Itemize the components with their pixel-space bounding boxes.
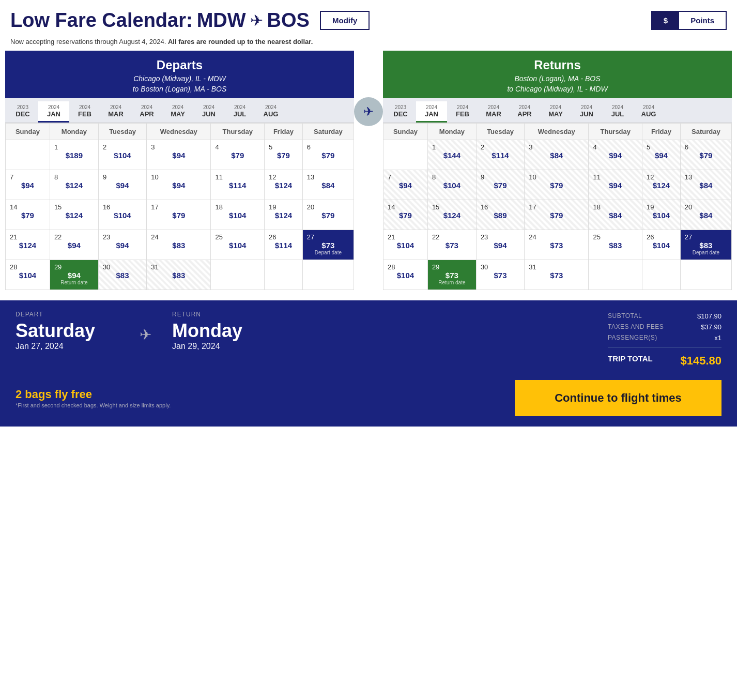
month-tab-may[interactable]: 2024MAY [162, 101, 193, 123]
month-tab-jan[interactable]: 2024JAN [416, 101, 447, 123]
month-tab-aug[interactable]: 2024AUG [633, 101, 664, 123]
calendar-cell[interactable]: 20$84 [680, 200, 731, 230]
calendar-cell[interactable]: 31$83 [147, 260, 211, 290]
calendar-cell[interactable]: 19$104 [642, 200, 681, 230]
calendar-cell[interactable]: 9$79 [476, 170, 524, 200]
calendar-cell[interactable]: 7$94 [383, 170, 428, 200]
points-toggle[interactable]: Points [679, 12, 726, 29]
departs-calendar: Departs Chicago (Midway), IL - MDW to Bo… [5, 51, 354, 290]
calendar-cell[interactable]: 19$124 [265, 200, 303, 230]
month-tab-mar[interactable]: 2024MAR [478, 101, 509, 123]
calendar-cell[interactable]: 14$79 [383, 200, 428, 230]
calendar-cell[interactable]: 6$79 [302, 140, 354, 170]
day-header-sunday: Sunday [383, 124, 428, 140]
calendar-cell[interactable]: 22$73 [427, 230, 476, 260]
calendar-cell[interactable]: 1$189 [50, 140, 98, 170]
calendar-cell[interactable]: 20$79 [302, 200, 354, 230]
calendar-cell[interactable]: 2$104 [98, 140, 146, 170]
calendar-cell[interactable]: 29$73Return date [427, 260, 476, 290]
calendar-cell[interactable]: 10$94 [147, 170, 211, 200]
day-header-tuesday: Tuesday [98, 124, 146, 140]
subtotal-label: SUBTOTAL [608, 312, 642, 320]
return-label: RETURN [172, 311, 275, 318]
calendar-cell[interactable]: 27$83Depart date [680, 230, 731, 260]
calendar-cell[interactable]: 5$94 [642, 140, 681, 170]
calendar-cell[interactable]: 26$104 [642, 230, 681, 260]
calendar-cell[interactable]: 28$104 [6, 260, 50, 290]
returns-sub1: Boston (Logan), MA - BOS [391, 74, 724, 83]
month-tab-feb[interactable]: 2024FEB [447, 101, 478, 123]
month-tab-dec[interactable]: 2023DEC [7, 101, 38, 123]
trip-total-row: TRIP TOTAL $145.80 [608, 352, 721, 370]
calendar-cell[interactable]: 2$114 [476, 140, 524, 170]
calendar-cell[interactable]: 14$79 [6, 200, 50, 230]
calendar-cell[interactable]: 6$79 [680, 140, 731, 170]
month-tab-jul[interactable]: 2024JUL [602, 101, 633, 123]
calendar-cell[interactable]: 31$73 [525, 260, 589, 290]
calendar-cell[interactable]: 10$79 [525, 170, 589, 200]
return-date: Jan 29, 2024 [172, 342, 275, 351]
calendar-cell[interactable]: 3$94 [147, 140, 211, 170]
calendar-cell[interactable]: 27$73Depart date [302, 230, 354, 260]
calendar-cell[interactable]: 25$104 [211, 230, 265, 260]
calendar-cell[interactable]: 12$124 [265, 170, 303, 200]
calendar-cell[interactable]: 16$89 [476, 200, 524, 230]
calendar-cell[interactable]: 11$114 [211, 170, 265, 200]
calendar-cell[interactable]: 29$94Return date [50, 260, 98, 290]
dollar-toggle[interactable]: $ [652, 12, 679, 29]
calendar-cell[interactable]: 1$144 [427, 140, 476, 170]
depart-label: DEPART [16, 311, 119, 318]
calendar-cell[interactable]: 25$83 [589, 230, 642, 260]
calendar-cell[interactable]: 8$104 [427, 170, 476, 200]
calendar-cell[interactable]: 8$124 [50, 170, 98, 200]
calendar-cell[interactable]: 11$94 [589, 170, 642, 200]
calendar-cell[interactable]: 24$83 [147, 230, 211, 260]
month-tab-jun[interactable]: 2024JUN [193, 101, 224, 123]
calendar-cell[interactable]: 18$84 [589, 200, 642, 230]
calendar-cell[interactable]: 28$104 [383, 260, 428, 290]
calendar-cell[interactable]: 4$79 [211, 140, 265, 170]
route-to: BOS [267, 9, 310, 32]
bags-free-text: 2 bags fly free [16, 388, 171, 401]
month-tab-aug[interactable]: 2024AUG [255, 101, 286, 123]
calendar-cell[interactable]: 22$94 [50, 230, 98, 260]
calendar-cell[interactable]: 15$124 [427, 200, 476, 230]
calendar-cell[interactable]: 24$73 [525, 230, 589, 260]
calendar-cell[interactable]: 16$104 [98, 200, 146, 230]
calendar-cell[interactable]: 17$79 [525, 200, 589, 230]
taxes-row: TAXES AND FEES $37.90 [608, 322, 721, 332]
calendar-cell[interactable]: 30$83 [98, 260, 146, 290]
calendar-cell[interactable]: 4$94 [589, 140, 642, 170]
day-header-tuesday: Tuesday [476, 124, 524, 140]
passengers-label: PASSENGER(S) [608, 334, 657, 342]
bottom-totals: SUBTOTAL $107.90 TAXES AND FEES $37.90 P… [608, 311, 721, 370]
calendar-cell[interactable]: 15$124 [50, 200, 98, 230]
month-tab-jun[interactable]: 2024JUN [571, 101, 602, 123]
calendar-cell[interactable]: 9$94 [98, 170, 146, 200]
calendar-cell[interactable]: 7$94 [6, 170, 50, 200]
calendar-cell[interactable]: 26$114 [265, 230, 303, 260]
calendar-cell[interactable]: 17$79 [147, 200, 211, 230]
calendar-cell[interactable]: 3$84 [525, 140, 589, 170]
calendar-cell[interactable]: 12$124 [642, 170, 681, 200]
calendar-cell[interactable]: 5$79 [265, 140, 303, 170]
calendar-cell[interactable]: 30$73 [476, 260, 524, 290]
month-tab-may[interactable]: 2024MAY [540, 101, 571, 123]
month-tab-feb[interactable]: 2024FEB [69, 101, 100, 123]
calendar-cell[interactable]: 23$94 [476, 230, 524, 260]
calendar-cell[interactable]: 23$94 [98, 230, 146, 260]
calendar-cell[interactable]: 18$104 [211, 200, 265, 230]
month-tab-apr[interactable]: 2024APR [509, 101, 540, 123]
month-tab-mar[interactable]: 2024MAR [100, 101, 131, 123]
month-tab-jan[interactable]: 2024JAN [38, 101, 69, 123]
month-tab-jul[interactable]: 2024JUL [224, 101, 255, 123]
modify-button[interactable]: Modify [320, 11, 370, 30]
calendar-cell[interactable]: 21$124 [6, 230, 50, 260]
returns-sub2: to Chicago (Midway), IL - MDW [391, 85, 724, 93]
continue-button[interactable]: Continue to flight times [515, 380, 721, 416]
calendar-cell[interactable]: 13$84 [302, 170, 354, 200]
month-tab-dec[interactable]: 2023DEC [385, 101, 416, 123]
month-tab-apr[interactable]: 2024APR [131, 101, 162, 123]
calendar-cell[interactable]: 21$104 [383, 230, 428, 260]
calendar-cell[interactable]: 13$84 [680, 170, 731, 200]
